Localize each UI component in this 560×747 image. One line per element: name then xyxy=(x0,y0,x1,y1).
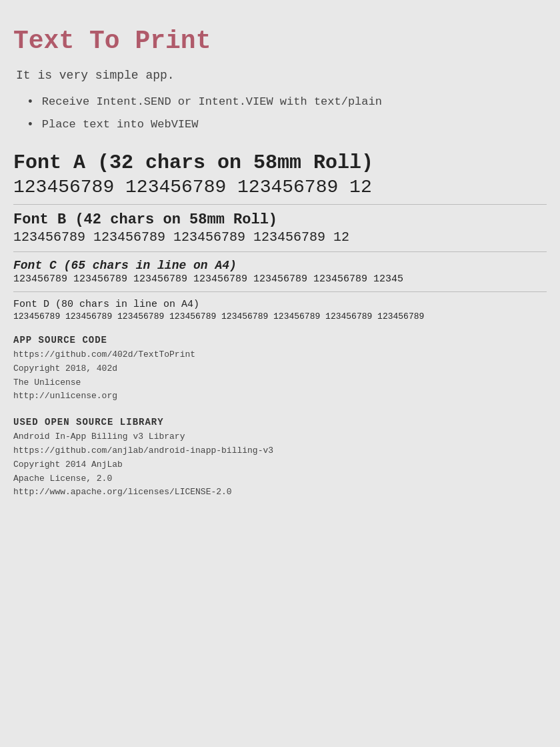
open-source-line: http://www.apache.org/licenses/LICENSE-2… xyxy=(13,486,547,500)
list-item: Place text into WebVIEW xyxy=(27,118,547,131)
font-b-section: Font B (42 chars on 58mm Roll) 123456789… xyxy=(13,211,547,245)
font-d-title: Font D (80 chars in line on A4) xyxy=(13,299,547,310)
app-source-text: https://github.com/402d/TextToPrint Copy… xyxy=(13,348,547,404)
list-item: Receive Intent.SEND or Intent.VIEW with … xyxy=(27,95,547,109)
open-source-line: https://github.com/anjlab/android-inapp-… xyxy=(13,444,547,458)
font-a-chars: 123456789 123456789 123456789 12 xyxy=(13,177,547,197)
subtitle: It is very simple app. xyxy=(16,69,547,82)
app-source-section: APP SOURCE CODE https://github.com/402d/… xyxy=(13,335,547,404)
app-source-line: Copyright 2018, 402d xyxy=(13,362,547,376)
open-source-line: Apache License, 2.0 xyxy=(13,472,547,486)
divider xyxy=(13,204,547,205)
app-source-line: http://unlicense.org xyxy=(13,390,547,404)
font-c-section: Font C (65 chars in line on A4) 12345678… xyxy=(13,259,547,285)
font-a-section: Font A (32 chars on 58mm Roll) 123456789… xyxy=(13,151,547,197)
feature-list: Receive Intent.SEND or Intent.VIEW with … xyxy=(27,95,547,131)
font-c-title: Font C (65 chars in line on A4) xyxy=(13,259,547,272)
app-source-line: https://github.com/402d/TextToPrint xyxy=(13,348,547,362)
app-source-line: The Unlicense xyxy=(13,376,547,390)
open-source-line: Android In-App Billing v3 Library xyxy=(13,430,547,444)
open-source-section: USED OPEN SOURCE LIBRARY Android In-App … xyxy=(13,417,547,500)
font-d-section: Font D (80 chars in line on A4) 12345678… xyxy=(13,299,547,321)
divider xyxy=(13,291,547,292)
font-b-title: Font B (42 chars on 58mm Roll) xyxy=(13,211,547,228)
font-d-chars: 123456789 123456789 123456789 123456789 … xyxy=(13,311,547,321)
open-source-heading: USED OPEN SOURCE LIBRARY xyxy=(13,417,547,428)
font-b-chars: 123456789 123456789 123456789 123456789 … xyxy=(13,229,547,245)
page-title: Text To Print xyxy=(13,27,547,55)
open-source-line: Copyright 2014 AnjLab xyxy=(13,458,547,472)
app-source-heading: APP SOURCE CODE xyxy=(13,335,547,345)
font-c-chars: 123456789 123456789 123456789 123456789 … xyxy=(13,273,547,285)
font-a-title: Font A (32 chars on 58mm Roll) xyxy=(13,151,547,174)
open-source-text: Android In-App Billing v3 Library https:… xyxy=(13,430,547,500)
divider xyxy=(13,251,547,252)
